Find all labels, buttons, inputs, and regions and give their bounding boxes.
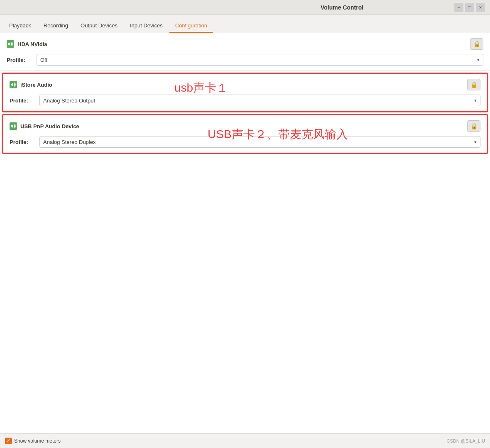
profile-usb-pnp-value: Analog Stereo Duplex [43,139,474,145]
tab-input-devices[interactable]: Input Devices [124,19,169,33]
device-istore-audio-name: iStore Audio [20,82,52,88]
speaker-icon-3 [10,122,17,130]
show-meters-label: Show volume meters [14,438,61,444]
profile-usb-pnp-select[interactable]: Analog Stereo Duplex ▾ [39,136,480,148]
lock-usb-pnp-button[interactable]: 🔒 [467,120,480,132]
minimize-button[interactable]: − [454,3,463,12]
device-hda-nvidia-name-row: HDA NVidia [7,40,47,48]
profile-hda-nvidia-select[interactable]: Off ▾ [37,54,483,66]
tab-playback[interactable]: Playback [3,19,37,33]
tab-recording[interactable]: Recording [38,19,74,33]
lock-istore-audio-button[interactable]: 🔒 [467,79,480,90]
bottombar: ✓ Show volume meters CSDN @SILA_LIU [0,433,490,448]
lock-hda-nvidia-button[interactable]: 🔒 [470,38,483,50]
device-hda-nvidia: HDA NVidia 🔒 Profile: Off ▾ [0,33,490,71]
device-istore-audio-header: iStore Audio 🔒 [10,79,480,90]
device-hda-nvidia-profile-row: Profile: Off ▾ [7,54,483,66]
main-content: HDA NVidia 🔒 Profile: Off ▾ [0,33,490,433]
device-usb-pnp: USB PnP Audio Device 🔒 Profile: Analog S… [2,114,488,154]
device-hda-nvidia-name: HDA NVidia [17,41,47,47]
maximize-button[interactable]: □ [465,3,474,12]
tab-configuration[interactable]: Configuration [169,19,213,33]
profile-usb-pnp-label: Profile: [10,139,34,145]
device-hda-nvidia-header: HDA NVidia 🔒 [7,38,483,50]
watermark: CSDN @SILA_LIU [447,438,485,443]
close-button[interactable]: × [476,3,485,12]
device-istore-audio-profile-row: Profile: Analog Stereo Output ▾ [10,95,480,106]
device-usb-pnp-name: USB PnP Audio Device [20,123,79,129]
device-usb-pnp-header: USB PnP Audio Device 🔒 [10,120,480,132]
tabbar: Playback Recording Output Devices Input … [0,15,490,33]
device-istore-audio-name-row: iStore Audio [10,81,52,88]
profile-usb-pnp-arrow: ▾ [474,139,477,145]
device-usb-pnp-profile-row: Profile: Analog Stereo Duplex ▾ [10,136,480,148]
profile-istore-audio-select[interactable]: Analog Stereo Output ▾ [39,95,480,106]
device-istore-audio: iStore Audio 🔒 Profile: Analog Stereo Ou… [2,73,488,112]
titlebar: Volume Control − □ × [0,0,490,15]
profile-istore-audio-arrow: ▾ [474,98,477,103]
show-meters-checkbox[interactable]: ✓ [5,438,12,444]
device-istore-wrapper: iStore Audio 🔒 Profile: Analog Stereo Ou… [0,73,490,112]
window-title: Volume Control [230,4,454,11]
speaker-icon-2 [10,81,17,88]
content-wrapper: HDA NVidia 🔒 Profile: Off ▾ [0,33,490,154]
profile-hda-nvidia-label: Profile: [7,57,32,63]
speaker-icon [7,40,14,48]
profile-hda-nvidia-value: Off [40,57,477,63]
tab-output-devices[interactable]: Output Devices [75,19,123,33]
show-meters-row: ✓ Show volume meters [5,438,61,444]
profile-istore-audio-value: Analog Stereo Output [43,97,474,104]
device-usb-pnp-wrapper: USB PnP Audio Device 🔒 Profile: Analog S… [0,114,490,154]
device-usb-pnp-name-row: USB PnP Audio Device [10,122,79,130]
window-controls: − □ × [454,3,485,12]
profile-hda-nvidia-arrow: ▾ [477,57,480,63]
profile-istore-audio-label: Profile: [10,97,34,104]
